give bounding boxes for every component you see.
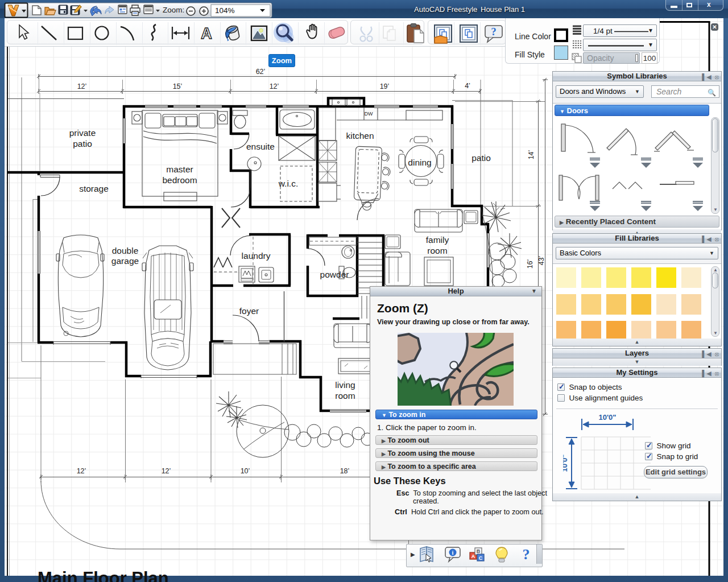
svg-text:dining: dining: [408, 158, 431, 167]
svg-text:?: ?: [523, 546, 530, 563]
svg-text:10'0": 10'0": [563, 455, 569, 472]
svg-text:104%: 104%: [215, 6, 235, 15]
svg-text:18’: 18’: [340, 467, 350, 475]
svg-text:15’: 15’: [173, 82, 183, 90]
svg-text:10’: 10’: [241, 467, 250, 475]
svg-text:room: room: [427, 246, 447, 255]
svg-text:Main Floor Plan: Main Floor Plan: [38, 568, 169, 582]
svg-text:43’: 43’: [537, 256, 545, 266]
svg-text:foyer: foyer: [239, 306, 259, 316]
svg-text:ensuite: ensuite: [246, 142, 275, 151]
svg-text:patio: patio: [471, 153, 491, 163]
svg-text:A: A: [201, 25, 212, 42]
svg-text:C: C: [479, 555, 483, 561]
svg-text:master: master: [166, 164, 193, 174]
svg-text:family: family: [426, 235, 449, 245]
svg-text:14’: 14’: [527, 150, 535, 160]
svg-text:garage: garage: [111, 256, 139, 266]
svg-text:room: room: [335, 391, 355, 401]
svg-text:?: ?: [491, 26, 497, 38]
svg-text:62’: 62’: [256, 68, 266, 76]
svg-text:DW: DW: [365, 111, 373, 117]
svg-text:12’: 12’: [270, 82, 279, 90]
svg-text:double: double: [112, 246, 139, 255]
svg-text:12’: 12’: [77, 467, 86, 475]
svg-text:B: B: [477, 548, 481, 554]
svg-text:living: living: [335, 380, 355, 390]
svg-text:laundry: laundry: [242, 251, 271, 261]
svg-text:i: i: [452, 550, 454, 556]
svg-text:powder: powder: [320, 270, 349, 279]
svg-text:A: A: [471, 554, 475, 559]
svg-text:Zoom:: Zoom:: [163, 6, 184, 14]
svg-text:12’: 12’: [162, 467, 171, 475]
svg-text:10'0": 10'0": [599, 413, 617, 422]
svg-text:19’: 19’: [380, 82, 390, 90]
svg-text:bedroom: bedroom: [162, 175, 197, 185]
svg-text:storage: storage: [79, 184, 109, 193]
svg-text:kitchen: kitchen: [346, 131, 374, 141]
svg-text:✕: ✕: [712, 24, 717, 30]
svg-text:w.i.c.: w.i.c.: [278, 179, 298, 188]
svg-text:4’: 4’: [465, 82, 470, 90]
svg-text:patio: patio: [73, 139, 92, 148]
svg-text:private: private: [69, 128, 96, 138]
svg-text:12’: 12’: [77, 82, 87, 90]
svg-text:16’: 16’: [526, 259, 534, 269]
